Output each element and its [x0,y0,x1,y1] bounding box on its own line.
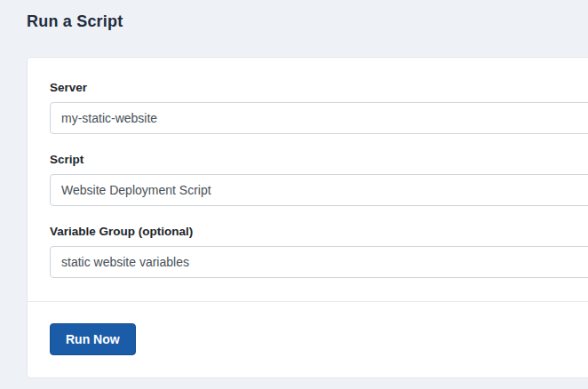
run-script-page: Run a Script Server Script Variable Grou… [0,0,588,389]
server-label: Server [50,81,588,94]
run-script-card: Server Script Variable Group (optional) … [27,57,588,378]
variable-group-label: Variable Group (optional) [50,225,588,238]
script-label: Script [50,153,588,166]
server-field-group: Server [50,81,588,134]
variable-group-input[interactable] [50,246,588,278]
card-divider [28,301,588,302]
script-input[interactable] [50,174,588,206]
run-now-button[interactable]: Run Now [50,323,136,355]
page-title: Run a Script [27,12,123,31]
server-input[interactable] [50,102,588,134]
script-field-group: Script [50,153,588,206]
variable-group-field-group: Variable Group (optional) [50,225,588,278]
